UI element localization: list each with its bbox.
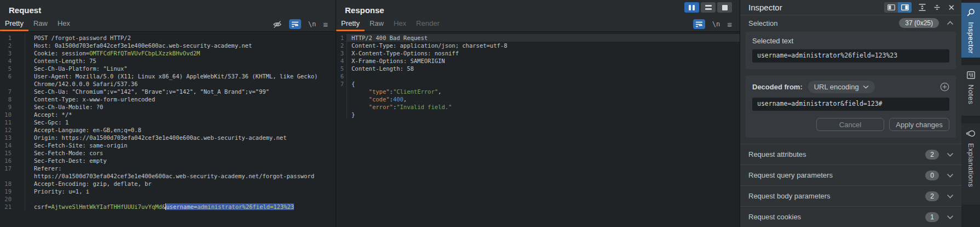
response-toolbar: \n ≡	[693, 19, 732, 31]
code-line[interactable]: 10Accept: */*	[0, 111, 336, 118]
tab-hex[interactable]: Hex	[53, 17, 75, 31]
side-tab-label: Explanations	[967, 143, 975, 187]
code-line[interactable]: Chrome/142.0.0.0 Safari/537.36	[0, 80, 336, 88]
line-number	[336, 103, 347, 111]
code-line[interactable]: 16Sec-Fetch-Dest: empty	[0, 157, 336, 164]
code-line[interactable]: "code":400,	[336, 95, 740, 103]
code-line[interactable]: "error":"Invalid field."	[336, 103, 740, 111]
newline-icon[interactable]: \n	[712, 20, 720, 28]
line-text: Sec-Fetch-Site: same-origin	[25, 141, 336, 149]
code-line[interactable]: 14Sec-Fetch-Site: same-origin	[0, 141, 336, 149]
encoding-dropdown[interactable]: URL encoding	[808, 81, 875, 93]
line-text: X-Frame-Options: SAMEORIGIN	[347, 57, 740, 65]
code-line[interactable]: 9Sec-Ch-Ua-Mobile: ?0	[0, 103, 336, 111]
code-line[interactable]: 7{	[336, 80, 740, 88]
line-text: "code":400,	[347, 95, 740, 103]
code-line[interactable]: 1POST /forgot-password HTTP/2	[0, 34, 336, 42]
code-line[interactable]: 1HTTP/2 400 Bad Request	[336, 34, 740, 42]
chevron-up-icon[interactable]	[947, 21, 954, 25]
code-line[interactable]: 7Sec-Ch-Ua: "Chromium";v="142", "Brave";…	[0, 88, 336, 95]
inspector-section-request-query-parameters[interactable]: Request query parameters0	[740, 164, 961, 185]
single-layout-button[interactable]	[717, 2, 732, 13]
columns-layout-button[interactable]	[684, 2, 699, 13]
code-line[interactable]: 12Accept-Language: en-GB,en;q=0.8	[0, 126, 336, 134]
side-tab-notes[interactable]: Notes	[961, 65, 980, 116]
code-line[interactable]: 3X-Content-Type-Options: nosniff	[336, 49, 740, 57]
code-line[interactable]: 20	[0, 195, 336, 203]
code-line[interactable]: 15Sec-Fetch-Mode: cors	[0, 149, 336, 157]
request-tabs: PrettyRawHex	[0, 17, 75, 31]
code-line[interactable]: 19Priority: u=1, i	[0, 188, 336, 195]
code-line[interactable]: 3Cookie: session=OMTFCdFRfQTmVUvFCbpLXzz…	[0, 49, 336, 57]
wrap-icon[interactable]	[289, 19, 301, 29]
menu-icon[interactable]: ≡	[727, 20, 732, 29]
menu-icon[interactable]: ≡	[323, 20, 328, 29]
chevron-down-icon[interactable]	[947, 194, 954, 198]
code-line[interactable]: }	[336, 111, 740, 118]
line-number: 10	[0, 111, 25, 118]
code-line[interactable]: 8Content-Type: x-www-form-urlencoded	[0, 95, 336, 103]
selected-text-input[interactable]: username=administrator%26field=123%23	[752, 49, 949, 63]
line-number: 12	[0, 126, 25, 134]
line-number: 5	[0, 65, 25, 72]
code-line[interactable]: 5Content-Length: 58	[336, 65, 740, 72]
code-line[interactable]: 5Sec-Ch-Ua-Platform: "Linux"	[0, 65, 336, 72]
code-line[interactable]: "type":"ClientError",	[336, 88, 740, 95]
wrap-icon[interactable]	[693, 19, 705, 29]
section-count-badge: 0	[925, 171, 939, 180]
code-line[interactable]: 6	[336, 72, 740, 80]
line-number: 20	[0, 195, 25, 203]
line-text: Content-Length: 75	[25, 57, 336, 65]
code-line[interactable]: 4X-Frame-Options: SAMEORIGIN	[336, 57, 740, 65]
code-line[interactable]: https://0a1500d703efa042cef3e1e400e600ac…	[0, 172, 336, 180]
code-line[interactable]: 13Origin: https://0a1500d703efa042cef3e1…	[0, 134, 336, 141]
line-text: Content-Type: x-www-form-urlencoded	[25, 95, 336, 103]
chevron-down-icon[interactable]	[947, 173, 954, 178]
selection-section-header[interactable]: Selection 37 (0x25)	[740, 15, 961, 31]
code-line[interactable]: 4Content-Length: 75	[0, 57, 336, 65]
close-icon[interactable]: ✕	[948, 3, 955, 13]
tab-raw[interactable]: Raw	[28, 17, 53, 31]
line-number: 2	[0, 42, 25, 49]
add-decoding-icon[interactable]	[940, 82, 949, 92]
code-line[interactable]: 2Content-Type: application/json; charset…	[336, 42, 740, 49]
side-tab-explanations[interactable]: Explanations	[961, 123, 980, 205]
code-line[interactable]: 11Sec-Gpc: 1	[0, 118, 336, 126]
tab-pretty[interactable]: Pretty	[336, 17, 365, 31]
section-label: Request cookies	[748, 213, 801, 221]
tab-render[interactable]: Render	[411, 17, 445, 31]
line-number: 7	[336, 80, 347, 88]
selection-label: Selection	[748, 19, 777, 27]
tab-hex[interactable]: Hex	[389, 17, 411, 31]
request-toolbar: \n ≡	[273, 19, 328, 31]
tab-pretty[interactable]: Pretty	[0, 17, 28, 31]
inspector-section-request-body-parameters[interactable]: Request body parameters2	[740, 185, 961, 206]
apply-changes-button[interactable]: Apply changes	[889, 118, 949, 131]
collapse-all-icon[interactable]	[933, 3, 941, 12]
eye-off-icon[interactable]	[273, 20, 282, 29]
notes-icon	[966, 71, 975, 80]
response-editor[interactable]: 1HTTP/2 400 Bad Request2Content-Type: ap…	[336, 31, 740, 227]
request-editor[interactable]: 1POST /forgot-password HTTP/22Host: 0a15…	[0, 31, 336, 227]
code-line[interactable]: 17Referer:	[0, 164, 336, 172]
dock-right-icon[interactable]	[898, 2, 912, 13]
rows-layout-button[interactable]	[701, 2, 716, 13]
side-tab-inspector[interactable]: Inspector	[961, 3, 980, 58]
expand-all-icon[interactable]	[918, 3, 926, 12]
tab-raw[interactable]: Raw	[365, 17, 389, 31]
line-number: 3	[336, 49, 347, 57]
decoded-text-input[interactable]: username=administrator&field=123#	[752, 98, 949, 111]
cancel-button[interactable]: Cancel	[816, 118, 884, 131]
code-line[interactable]: 21csrf=AjtwveSlHmtWkYIafTHHfUUUi7uvYqMd&…	[0, 203, 336, 211]
line-number: 14	[0, 141, 25, 149]
inspector-section-request-cookies[interactable]: Request cookies1	[740, 206, 961, 227]
inspector-section-request-attributes[interactable]: Request attributes2	[740, 144, 961, 164]
chevron-down-icon[interactable]	[947, 152, 954, 157]
dock-left-icon[interactable]	[884, 2, 898, 13]
code-line[interactable]: 6User-Agent: Mozilla/5.0 (X11; Linux x86…	[0, 72, 336, 80]
code-line[interactable]: 2Host: 0a1500d703efa042cef3e1e400e600ac.…	[0, 42, 336, 49]
code-line[interactable]: 18Accept-Encoding: gzip, deflate, br	[0, 180, 336, 188]
chevron-down-icon[interactable]	[947, 215, 954, 219]
newline-icon[interactable]: \n	[308, 20, 316, 28]
line-text: {	[347, 80, 740, 88]
